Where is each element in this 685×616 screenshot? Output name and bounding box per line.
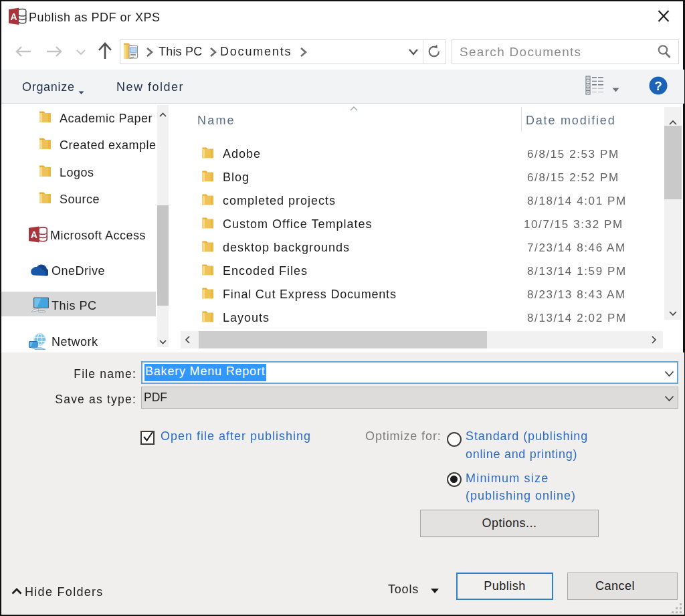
svg-text:A: A xyxy=(10,11,17,22)
svg-text:?: ? xyxy=(654,79,662,93)
svg-text:A: A xyxy=(31,229,37,240)
